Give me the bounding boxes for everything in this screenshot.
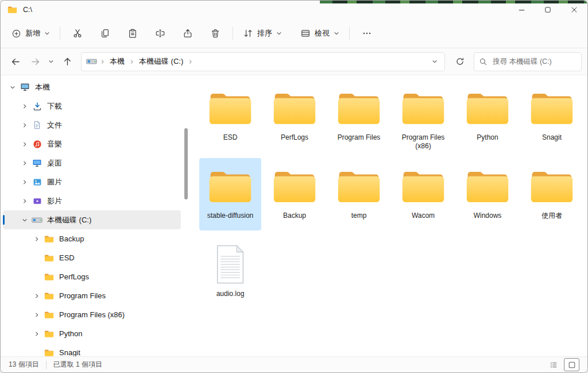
chevron-right-icon[interactable] — [32, 331, 41, 337]
sidebar-item-downloads[interactable]: 下載 — [3, 97, 181, 116]
sidebar-item-label: Backup — [59, 234, 84, 243]
sort-button[interactable]: 排序 — [238, 23, 287, 44]
chevron-down-icon — [334, 30, 339, 36]
sidebar-item-label: 下載 — [47, 101, 62, 111]
sidebar-item-snagit[interactable]: Snagit — [3, 343, 181, 356]
thumbnail-view-button[interactable] — [564, 358, 579, 371]
toolbar-separator — [233, 27, 233, 40]
back-button[interactable] — [6, 52, 25, 71]
chevron-right-icon[interactable] — [20, 122, 29, 128]
drive-icon — [86, 57, 97, 66]
chevron-right-icon[interactable] — [32, 312, 41, 318]
chevron-right-icon[interactable] — [32, 293, 41, 299]
chevron-right-icon[interactable] — [20, 160, 29, 166]
chevron-right-icon[interactable] — [20, 198, 29, 204]
copy-button[interactable] — [92, 23, 118, 44]
toolbar-separator — [60, 27, 60, 40]
file-tile[interactable]: audio.log — [199, 236, 261, 309]
folder-small-icon — [43, 347, 55, 356]
sidebar-item-perflogs[interactable]: PerfLogs — [3, 267, 181, 286]
download-icon — [31, 101, 43, 111]
folder-small-icon — [43, 271, 55, 282]
folder-tile[interactable]: Snagit — [521, 80, 583, 152]
search-input[interactable] — [492, 57, 577, 66]
more-icon — [362, 28, 372, 39]
paste-button[interactable] — [120, 23, 145, 44]
sidebar-item-music[interactable]: 音樂 — [3, 134, 181, 153]
delete-button[interactable] — [203, 23, 228, 44]
sidebar-item-pictures[interactable]: 圖片 — [3, 172, 181, 191]
sidebar-item-label: 圖片 — [47, 177, 62, 187]
folder-tile[interactable]: Python — [457, 80, 519, 152]
sidebar-item-label: Python — [59, 329, 82, 338]
videos-icon — [31, 195, 43, 206]
explorer-body: 本機下載文件音樂桌面圖片影片本機磁碟 (C:)BackupESDPerfLogs… — [1, 75, 587, 356]
folder-tile[interactable]: stable-diffusion — [199, 158, 261, 230]
folder-tile[interactable]: Windows — [457, 158, 519, 230]
item-name: temp — [351, 212, 367, 220]
chevron-right-icon[interactable] — [20, 103, 29, 109]
address-bar[interactable]: 本機本機磁碟 (C:) — [81, 52, 445, 71]
sidebar-item-label: 音樂 — [47, 139, 62, 149]
folder-tile[interactable]: temp — [328, 158, 390, 230]
sidebar-item-label: 影片 — [47, 196, 62, 206]
sidebar-item-program-files-x86[interactable]: Program Files (x86) — [3, 305, 181, 324]
sort-label: 排序 — [257, 28, 272, 39]
folder-tile[interactable]: Backup — [264, 158, 326, 230]
folder-icon — [529, 164, 575, 209]
sidebar-item-videos[interactable]: 影片 — [3, 191, 181, 210]
search-icon — [479, 57, 488, 66]
recent-locations-button[interactable] — [45, 52, 57, 71]
folder-tile[interactable]: PerfLogs — [264, 80, 326, 152]
status-separator — [46, 361, 47, 369]
toolbar: 新增 排序 檢視 — [1, 19, 587, 48]
folder-icon — [207, 86, 253, 130]
folder-tile[interactable]: Wacom — [392, 158, 454, 230]
folder-small-icon — [43, 328, 55, 339]
folder-tile[interactable]: ESD — [199, 80, 261, 152]
view-toggles — [546, 358, 579, 371]
details-view-button[interactable] — [546, 358, 561, 371]
chevron-down-icon — [276, 30, 282, 36]
sidebar-item-this-pc[interactable]: 本機 — [3, 78, 181, 97]
search-box[interactable] — [474, 52, 582, 71]
rename-icon — [155, 28, 165, 39]
cut-button[interactable] — [65, 23, 90, 44]
more-button[interactable] — [354, 23, 380, 44]
sidebar-item-esd[interactable]: ESD — [3, 248, 181, 267]
new-button[interactable]: 新增 — [6, 23, 55, 44]
folder-tile[interactable]: 使用者 — [521, 158, 583, 230]
sidebar-item-documents[interactable]: 文件 — [3, 116, 181, 134]
view-icon — [300, 28, 311, 39]
chevron-down-icon[interactable] — [7, 84, 17, 90]
sidebar-scrollbar[interactable] — [184, 128, 188, 199]
sidebar-item-label: ESD — [59, 253, 75, 262]
up-button[interactable] — [58, 52, 76, 71]
forward-button[interactable] — [26, 52, 44, 71]
address-dropdown-chevron-icon[interactable] — [430, 59, 440, 64]
sidebar-item-local-disk-c[interactable]: 本機磁碟 (C:) — [3, 210, 181, 229]
breadcrumb-segment[interactable]: 本機磁碟 (C:) — [136, 55, 186, 68]
share-icon — [183, 28, 193, 39]
refresh-button[interactable] — [451, 52, 469, 71]
chevron-right-icon[interactable] — [32, 236, 41, 242]
folder-icon — [336, 86, 382, 130]
folder-tile[interactable]: Program Files (x86) — [392, 80, 454, 152]
breadcrumb-chevron-icon — [127, 59, 136, 64]
item-name: ESD — [223, 133, 238, 142]
chevron-down-icon[interactable] — [20, 217, 29, 223]
chevron-right-icon[interactable] — [20, 179, 29, 185]
sidebar-item-desktop[interactable]: 桌面 — [3, 153, 181, 172]
sidebar-item-program-files[interactable]: Program Files — [3, 286, 181, 305]
sidebar-item-label: 文件 — [47, 120, 62, 130]
sidebar-item-python[interactable]: Python — [3, 324, 181, 343]
folder-tile[interactable]: Program Files — [328, 80, 390, 152]
item-name: stable-diffusion — [207, 212, 254, 220]
item-name: Program Files (x86) — [393, 133, 453, 151]
rename-button[interactable] — [148, 23, 173, 44]
share-button[interactable] — [175, 23, 200, 44]
chevron-right-icon[interactable] — [20, 141, 29, 147]
sidebar-item-backup[interactable]: Backup — [3, 229, 181, 248]
view-button[interactable]: 檢視 — [295, 23, 345, 44]
breadcrumb-segment[interactable]: 本機 — [107, 55, 127, 68]
